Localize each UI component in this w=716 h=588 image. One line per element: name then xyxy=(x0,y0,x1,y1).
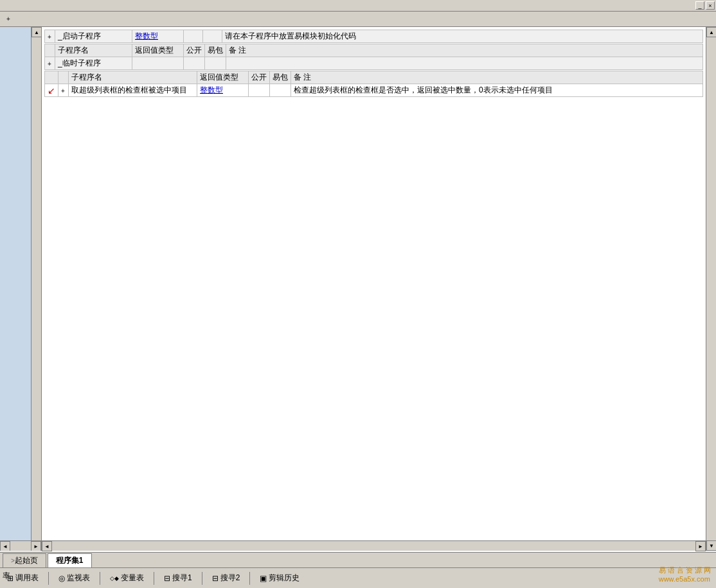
col3-header-return-type: 返回值类型 xyxy=(197,71,249,84)
table-row[interactable]: + _启动子程序 整数型 请在本子程序中放置易模块初始化代码 xyxy=(45,30,703,43)
col-header-return-type: 返回值类型 xyxy=(132,44,184,57)
variables-icon: ◇◆ xyxy=(110,575,119,582)
listbox-row[interactable]: ↙ + 取超级列表框的检查框被选中项目 整数型 检查超级列表框的检查框是否选中，… xyxy=(45,84,703,97)
search1-label: 搜寻1 xyxy=(172,573,192,584)
tab-program-label[interactable]: 程序集1 xyxy=(56,555,84,566)
col-header-note: 备 注 xyxy=(226,44,703,57)
tab-home-label[interactable]: 起始页 xyxy=(15,555,38,566)
watermark: 易 语 言 资 源 网 www.e5a5x.com xyxy=(659,566,711,583)
search2-label: 搜寻2 xyxy=(220,573,240,584)
listbox-return-type-cell: 整数型 xyxy=(197,84,249,97)
search2-icon: ⊟ xyxy=(212,574,219,583)
minus-icon: ↙ xyxy=(45,84,58,97)
temp-note-cell xyxy=(226,57,703,70)
tab-home[interactable]: > 起始页 xyxy=(3,553,46,567)
edit-history-tool[interactable]: ▣ 剪辑历史 xyxy=(255,571,304,585)
search1-icon: ⊟ xyxy=(164,574,170,583)
main-vscroll[interactable]: ▲ ▼ xyxy=(706,27,716,551)
plus-toolbar-button[interactable]: + xyxy=(3,13,14,25)
listbox-subroutine-table: 子程序名 返回值类型 公开 易包 备 注 ↙ + 取超级列表框的检查框被选中项目… xyxy=(44,71,703,97)
left-panel-vscroll[interactable]: ▲ ▼ xyxy=(31,27,41,540)
listbox-note-cell: 检查超级列表框的检查框是否选中，返回被选中数量，0表示未选中任何项目 xyxy=(291,84,703,97)
subroutine-list-table: 子程序名 返回值类型 公开 易包 备 注 + _临时子程序 xyxy=(44,44,703,70)
main-hscroll-left[interactable]: ◄ xyxy=(42,541,52,551)
col-header-easy: 易包 xyxy=(205,44,226,57)
startup-subroutine-table: + _启动子程序 整数型 请在本子程序中放置易模块初始化代码 xyxy=(44,30,703,43)
scroll-up-button[interactable]: ▲ xyxy=(31,27,42,37)
main-content-area: + _启动子程序 整数型 请在本子程序中放置易模块初始化代码 子程序名 返回值类… xyxy=(42,27,706,578)
listbox-easy-cell xyxy=(270,84,291,97)
call-table-label: 调用表 xyxy=(15,573,39,584)
table-header-row-2: 子程序名 返回值类型 公开 易包 备 注 xyxy=(45,71,703,84)
main-vscroll-track[interactable] xyxy=(706,37,716,540)
search2-tool[interactable]: ⊟ 搜寻2 xyxy=(208,571,245,585)
col3-header-public: 公开 xyxy=(249,71,270,84)
table-header-row: 子程序名 返回值类型 公开 易包 备 注 xyxy=(45,44,703,57)
col3-header-easy: 易包 xyxy=(270,71,291,84)
separator-1 xyxy=(48,572,49,585)
expand-button-3[interactable]: + xyxy=(61,87,65,94)
minimize-button[interactable]: _ xyxy=(695,1,704,10)
bottom-toolbar: ⊞ 调用表 ◎ 监视表 ◇◆ 变量表 ⊟ 搜寻1 ⊟ 搜寻2 ▣ 剪辑历史 xyxy=(0,567,716,588)
col-header-public: 公开 xyxy=(184,44,205,57)
listbox-return-type-link[interactable]: 整数型 xyxy=(200,85,223,94)
left-status-text: 率 xyxy=(3,571,10,582)
variables-label: 变量表 xyxy=(121,573,144,584)
public-cell xyxy=(184,30,203,43)
main-hscroll[interactable]: ◄ ► xyxy=(42,540,706,551)
expand-button-2[interactable]: + xyxy=(48,60,51,67)
col3-header-name: 子程序名 xyxy=(69,71,197,84)
subroutine-name-cell: _启动子程序 xyxy=(55,30,132,43)
close-button[interactable]: × xyxy=(706,1,715,10)
watermark-line2: www.e5a5x.com xyxy=(659,575,711,583)
monitor-tool[interactable]: ◎ 监视表 xyxy=(54,571,94,585)
left-panel: ▲ ▼ ◄ ► xyxy=(0,27,42,551)
edit-history-icon: ▣ xyxy=(260,574,267,583)
return-type-link[interactable]: 整数型 xyxy=(135,31,158,40)
separator-3 xyxy=(154,572,154,585)
expand-button[interactable]: + xyxy=(48,33,51,40)
col3-header-note: 备 注 xyxy=(291,71,703,84)
col-header-name: 子程序名 xyxy=(55,44,132,57)
monitor-label: 监视表 xyxy=(67,573,90,584)
table-row[interactable]: + _临时子程序 xyxy=(45,57,703,70)
temp-subroutine-name-cell: _临时子程序 xyxy=(55,57,132,70)
main-scroll-up[interactable]: ▲ xyxy=(706,27,716,37)
main-hscroll-track[interactable] xyxy=(52,541,695,551)
listbox-public-cell xyxy=(249,84,270,97)
hscroll-left-button[interactable]: ◄ xyxy=(0,541,10,551)
title-bar: _ × xyxy=(0,0,716,12)
separator-2 xyxy=(100,572,100,585)
toolbar: + xyxy=(0,12,716,27)
note-cell: 请在本子程序中放置易模块初始化代码 xyxy=(222,30,703,43)
return-type-cell: 整数型 xyxy=(132,30,184,43)
main-scroll-down[interactable]: ▼ xyxy=(706,540,716,551)
separator-5 xyxy=(249,572,250,585)
watermark-line1: 易 语 言 资 源 网 xyxy=(659,566,711,575)
left-panel-hscroll[interactable]: ◄ ► xyxy=(0,540,41,551)
listbox-subroutine-name-cell: 取超级列表框的检查框被选中项目 xyxy=(69,84,197,97)
tab-program-set-1[interactable]: 程序集1 xyxy=(48,553,92,567)
main-hscroll-right[interactable]: ► xyxy=(695,541,706,551)
easy-cell xyxy=(203,30,222,43)
hscroll-right-button[interactable]: ► xyxy=(31,541,41,551)
temp-easy-cell xyxy=(205,57,226,70)
temp-return-type-cell xyxy=(132,57,184,70)
temp-public-cell xyxy=(184,57,205,70)
separator-4 xyxy=(202,572,202,585)
tabs-area: > 起始页 程序集1 xyxy=(0,552,716,567)
monitor-icon: ◎ xyxy=(58,574,65,583)
variables-tool[interactable]: ◇◆ 变量表 xyxy=(105,571,148,585)
hscroll-track[interactable] xyxy=(10,541,31,551)
search1-tool[interactable]: ⊟ 搜寻1 xyxy=(159,571,197,585)
edit-history-label: 剪辑历史 xyxy=(269,573,300,584)
scroll-track[interactable] xyxy=(31,37,41,530)
